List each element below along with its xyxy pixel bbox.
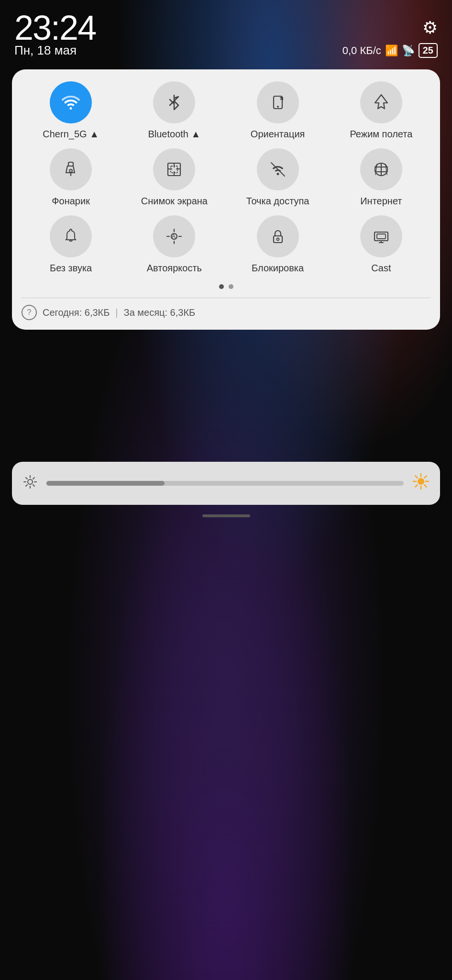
qs-wifi-label: Chern_5G ▲ xyxy=(43,128,99,140)
panel-divider xyxy=(22,298,430,298)
auto-brightness-icon: A xyxy=(165,227,183,245)
qs-hotspot-circle xyxy=(257,148,299,190)
qs-wifi[interactable]: Chern_5G ▲ xyxy=(22,81,120,140)
qs-autobrightness[interactable]: A Автояркость xyxy=(125,215,223,274)
signal-icon: 📶 xyxy=(385,45,398,57)
airplane-icon xyxy=(372,93,390,111)
qs-flashlight-circle xyxy=(50,148,92,190)
bell-icon xyxy=(62,227,80,245)
qs-orientation-circle xyxy=(257,81,299,123)
qs-bluetooth-circle xyxy=(153,81,195,123)
quick-settings-grid: Chern_5G ▲ Bluetooth ▲ xyxy=(22,81,430,274)
svg-line-45 xyxy=(424,476,426,478)
qs-bluetooth-label: Bluetooth ▲ xyxy=(148,128,200,140)
qs-internet[interactable]: Интернет xyxy=(332,148,430,207)
svg-text:A: A xyxy=(172,233,176,240)
qs-bluetooth[interactable]: Bluetooth ▲ xyxy=(125,81,223,140)
data-month: За месяц: 6,3КБ xyxy=(124,307,196,318)
qs-orientation[interactable]: Ориентация xyxy=(229,81,327,140)
wifi-status-icon: 📡 xyxy=(402,45,415,57)
wifi-icon xyxy=(61,93,80,112)
svg-rect-28 xyxy=(377,234,386,239)
svg-line-43 xyxy=(415,476,417,478)
data-today: Сегодня: 6,3КБ xyxy=(43,307,110,318)
svg-line-36 xyxy=(33,478,34,479)
svg-point-24 xyxy=(276,238,279,241)
page-dots xyxy=(22,284,430,289)
clock: 23:24 xyxy=(14,11,96,45)
svg-line-44 xyxy=(424,485,426,487)
flashlight-icon xyxy=(62,160,80,178)
data-usage-icon: ? xyxy=(22,305,37,320)
screenshot-icon xyxy=(165,160,183,178)
date-bar: Пн, 18 мая 0,0 КБ/с 📶 📡 25 xyxy=(14,43,438,58)
qs-screenshot-label: Снимок экрана xyxy=(141,195,208,207)
qs-lockscreen-label: Блокировка xyxy=(252,262,304,274)
svg-rect-23 xyxy=(274,236,282,243)
brightness-fill xyxy=(46,481,165,486)
internet-icon xyxy=(372,160,390,178)
svg-rect-5 xyxy=(68,162,73,166)
qs-internet-label: Интернет xyxy=(360,195,402,207)
qs-wifi-circle xyxy=(50,81,92,123)
status-info: 0,0 КБ/с 📶 📡 25 xyxy=(342,43,438,58)
settings-icon[interactable]: ⚙ xyxy=(422,19,438,36)
svg-line-46 xyxy=(415,485,417,487)
svg-point-38 xyxy=(418,478,424,485)
status-right: ⚙ xyxy=(422,19,438,36)
qs-flashlight[interactable]: Фонарик xyxy=(22,148,120,207)
svg-point-29 xyxy=(28,479,33,484)
svg-line-34 xyxy=(26,478,27,479)
qs-cast-circle xyxy=(360,215,402,257)
svg-point-6 xyxy=(69,169,72,172)
qs-hotspot-label: Точка доступа xyxy=(246,195,309,207)
hotspot-icon xyxy=(269,160,287,178)
qs-airplane[interactable]: Режим полета xyxy=(332,81,430,140)
date-text: Пн, 18 мая xyxy=(14,43,77,58)
qs-airplane-circle xyxy=(360,81,402,123)
qs-autobrightness-circle: A xyxy=(153,215,195,257)
qs-silent-circle xyxy=(50,215,92,257)
qs-hotspot[interactable]: Точка доступа xyxy=(229,148,327,207)
qs-lockscreen-circle xyxy=(257,215,299,257)
brightness-track[interactable] xyxy=(46,481,404,486)
cast-icon xyxy=(372,227,390,245)
qs-autobrightness-label: Автояркость xyxy=(147,262,202,274)
dot-1[interactable] xyxy=(219,284,224,289)
status-bar: 23:24 ⚙ xyxy=(0,0,452,48)
qs-cast[interactable]: Cast xyxy=(332,215,430,274)
svg-line-35 xyxy=(33,485,34,486)
lock-icon xyxy=(269,227,287,245)
brightness-low-icon xyxy=(22,474,38,493)
qs-screenshot-circle xyxy=(153,148,195,190)
qs-lockscreen[interactable]: Блокировка xyxy=(229,215,327,274)
qs-flashlight-label: Фонарик xyxy=(52,195,90,207)
quick-settings-panel: Chern_5G ▲ Bluetooth ▲ xyxy=(12,69,440,330)
svg-point-3 xyxy=(277,106,279,108)
qs-silent-label: Без звука xyxy=(50,262,92,274)
orientation-icon xyxy=(269,93,287,111)
data-speed: 0,0 КБ/с xyxy=(342,45,381,57)
qs-orientation-label: Ориентация xyxy=(251,128,305,140)
drag-handle[interactable] xyxy=(202,514,250,517)
qs-airplane-label: Режим полета xyxy=(350,128,412,140)
qs-silent[interactable]: Без звука xyxy=(22,215,120,274)
battery-indicator: 25 xyxy=(419,43,438,58)
qs-internet-circle xyxy=(360,148,402,190)
data-usage-row: ? Сегодня: 6,3КБ | За месяц: 6,3КБ xyxy=(22,305,430,320)
qs-cast-label: Cast xyxy=(371,262,391,274)
dot-2[interactable] xyxy=(229,284,233,289)
svg-line-37 xyxy=(26,485,27,486)
qs-screenshot[interactable]: Снимок экрана xyxy=(125,148,223,207)
brightness-panel[interactable] xyxy=(12,462,440,505)
brightness-high-icon xyxy=(412,473,430,494)
bluetooth-icon xyxy=(165,94,183,111)
